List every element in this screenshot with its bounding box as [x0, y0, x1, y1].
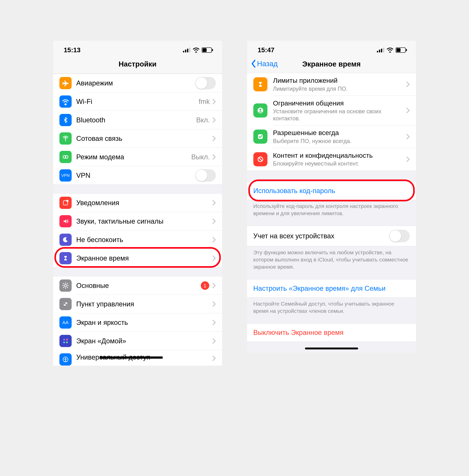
row-notifications[interactable]: Уведомления — [53, 194, 222, 212]
svg-rect-1 — [185, 50, 186, 52]
toggle-switch[interactable] — [389, 230, 410, 242]
status-time: 15:13 — [64, 46, 81, 54]
chevron-right-icon — [212, 338, 216, 344]
back-label: Назад — [257, 59, 278, 68]
row-value: Выкл. — [191, 153, 210, 161]
row-label: Уведомления — [76, 199, 212, 207]
row-label: Экранное время — [76, 254, 212, 262]
row-airplane[interactable]: Авиарежим — [53, 74, 222, 92]
svg-rect-17 — [66, 339, 68, 340]
person-icon — [253, 103, 267, 118]
family-footer: Настройте Семейный доступ, чтобы учитыва… — [247, 297, 416, 320]
svg-rect-27 — [396, 48, 401, 52]
hourglass-icon — [59, 252, 72, 264]
block-icon — [253, 152, 267, 166]
hourglass-icon — [253, 77, 267, 91]
row-display[interactable]: AA Экран и яркость — [53, 313, 222, 332]
row-bluetooth[interactable]: Bluetooth Вкл. — [53, 111, 222, 129]
row-comm[interactable]: Ограничения общения Установите ограничен… — [247, 96, 416, 125]
back-button[interactable]: Назад — [251, 59, 278, 68]
row-cellular[interactable]: Сотовая связь — [53, 129, 222, 148]
wifi-icon — [193, 48, 200, 52]
display-icon: AA — [59, 316, 72, 329]
svg-point-15 — [66, 304, 67, 306]
row-homescreen[interactable]: Экран «Домой» — [53, 332, 222, 350]
row-screentime[interactable]: Экранное время — [53, 249, 222, 267]
row-label: Сотовая связь — [76, 135, 212, 142]
svg-rect-19 — [66, 341, 68, 343]
row-allowed[interactable]: Разрешенные всегда Выберите ПО, нужное в… — [247, 125, 416, 148]
home-indicator[interactable] — [305, 348, 358, 349]
row-wifi[interactable]: Wi-Fi fmk — [53, 92, 222, 111]
chevron-right-icon — [406, 134, 410, 139]
nav-header: Назад Экранное время — [247, 57, 416, 73]
redaction-mark — [100, 357, 163, 359]
item-subtitle: Выберите ПО, нужное всегда. — [273, 137, 406, 145]
toggle-switch[interactable] — [195, 77, 216, 89]
svg-rect-24 — [381, 49, 382, 52]
family-setup-link[interactable]: Настроить «Экранное время» для Семьи — [247, 279, 416, 297]
row-hotspot[interactable]: Режим модема Выкл. — [53, 148, 222, 166]
passcode-footer: Используйте код-пароль для контроля наст… — [247, 200, 416, 223]
svg-rect-18 — [63, 341, 65, 343]
status-bar: 15:13 — [53, 41, 222, 57]
page-title: Настройки — [118, 60, 157, 68]
status-bar: 15:47 — [247, 41, 416, 57]
cellular-icon — [59, 132, 72, 145]
chevron-right-icon — [212, 283, 216, 289]
cellular-icon — [183, 48, 191, 52]
row-share-devices[interactable]: Учет на всех устройствах — [247, 226, 416, 246]
item-subtitle: Лимитируйте время для ПО. — [273, 85, 406, 92]
chevron-right-icon — [212, 320, 216, 325]
chevron-right-icon — [212, 237, 216, 242]
link-label: Использовать код-пароль — [253, 187, 335, 194]
svg-rect-22 — [377, 51, 378, 52]
row-general[interactable]: Основные 1 — [53, 276, 222, 295]
svg-rect-5 — [203, 48, 207, 52]
check-badge-icon — [253, 130, 267, 144]
wifi-icon — [387, 48, 393, 52]
row-label: Учет на всех устройствах — [253, 232, 389, 240]
status-time: 15:47 — [258, 46, 275, 54]
svg-rect-3 — [189, 48, 190, 52]
chevron-right-icon — [212, 255, 216, 261]
row-dnd[interactable]: Не беспокоить — [53, 231, 222, 249]
row-label: Режим модема — [76, 153, 191, 161]
chevron-right-icon — [406, 82, 410, 87]
link-label: Выключить Экранное время — [253, 329, 344, 336]
svg-rect-2 — [187, 49, 188, 52]
row-value: fmk — [199, 98, 210, 105]
row-label: VPN — [76, 171, 195, 179]
moon-icon — [59, 234, 72, 246]
airplane-icon — [59, 77, 72, 89]
row-value: Вкл. — [196, 116, 210, 124]
item-subtitle: Установите ограничения на основе своих к… — [273, 108, 406, 122]
svg-rect-23 — [379, 50, 380, 52]
battery-icon — [396, 47, 407, 53]
svg-rect-0 — [183, 51, 184, 52]
row-label: Звуки, тактильные сигналы — [76, 217, 212, 225]
row-label: Экран «Домой» — [76, 337, 212, 345]
status-icons — [377, 47, 407, 53]
phone-screentime: 15:47 Назад Экранное время Лимиты прилож… — [247, 41, 416, 353]
row-content[interactable]: Контент и конфиденциальность Блокируйте … — [247, 148, 416, 171]
settings-group-notifications: Уведомления Звуки, тактильные сигналы Не… — [53, 193, 222, 267]
chevron-right-icon — [212, 356, 216, 361]
row-sounds[interactable]: Звуки, тактильные сигналы — [53, 212, 222, 231]
svg-rect-16 — [63, 339, 65, 340]
row-label: Экран и яркость — [76, 319, 212, 326]
toggle-switch[interactable] — [195, 169, 216, 182]
row-accessibility[interactable]: Универсальный доступ — [53, 350, 222, 366]
cellular-icon — [377, 48, 384, 52]
use-passcode-link[interactable]: Использовать код-пароль — [247, 182, 416, 200]
row-label: Wi-Fi — [76, 98, 199, 105]
disable-screentime-link[interactable]: Выключить Экранное время — [247, 323, 416, 341]
chevron-right-icon — [212, 200, 216, 206]
row-controlcenter[interactable]: Пункт управления — [53, 295, 222, 313]
item-title: Лимиты приложений — [273, 77, 406, 85]
row-label: Не беспокоить — [76, 236, 212, 244]
screentime-items-group: Лимиты приложений Лимитируйте время для … — [247, 73, 416, 171]
row-applimits[interactable]: Лимиты приложений Лимитируйте время для … — [247, 73, 416, 96]
chevron-right-icon — [406, 108, 410, 113]
row-vpn[interactable]: VPN VPN — [53, 166, 222, 185]
